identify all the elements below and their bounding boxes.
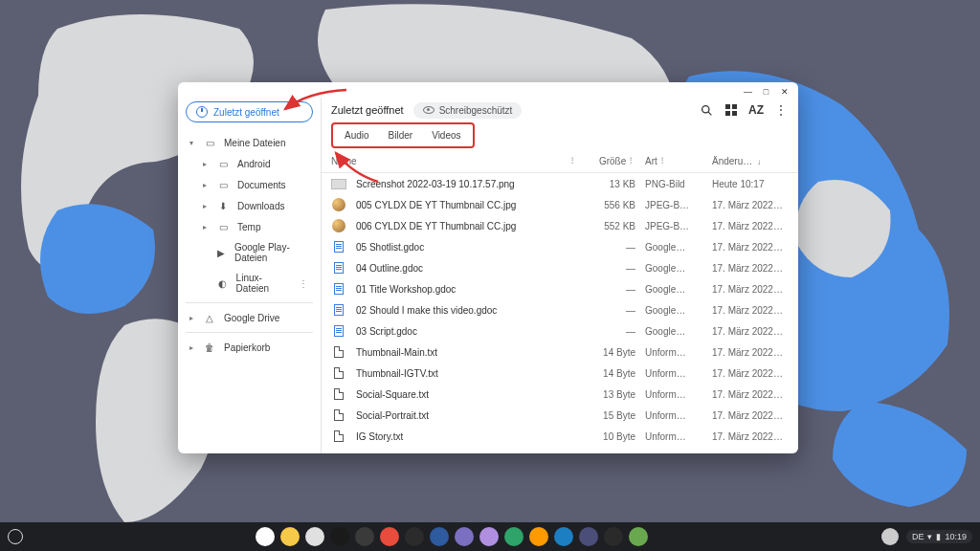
file-date: 17. März 2022… bbox=[702, 242, 789, 253]
file-list: Screenshot 2022-03-19 10.17.57.png 13 KB… bbox=[322, 173, 798, 453]
file-date: 17. März 2022… bbox=[702, 431, 789, 442]
col-date[interactable]: Änderu… ↓ bbox=[702, 156, 789, 166]
chevron-right-icon: ▸ bbox=[203, 223, 209, 231]
file-icon bbox=[331, 387, 346, 401]
chevron-right-icon: ▸ bbox=[203, 202, 209, 210]
file-name: 04 Outline.gdoc bbox=[356, 263, 578, 274]
minimize-button[interactable]: — bbox=[744, 88, 752, 97]
window-titlebar: — □ ✕ bbox=[178, 82, 798, 98]
sidebar-play-files[interactable]: ▶ Google Play-Dateien bbox=[186, 237, 313, 268]
app-term[interactable] bbox=[604, 527, 623, 546]
main-panel: Zuletzt geöffnet Schreibgeschützt AZ ⋮ A… bbox=[322, 98, 798, 453]
file-name: 006 CYLDX DE YT Thumbnail CC.jpg bbox=[356, 221, 578, 231]
readonly-chip[interactable]: Schreibgeschützt bbox=[413, 102, 523, 119]
file-row[interactable]: 05 Shotlist.gdoc — Google… 17. März 2022… bbox=[322, 236, 798, 257]
chevron-down-icon: ▾ bbox=[189, 139, 195, 147]
file-icon bbox=[331, 177, 346, 190]
file-row[interactable]: 006 CYLDX DE YT Thumbnail CC.jpg 552 KB … bbox=[322, 215, 798, 236]
more-menu-icon[interactable]: ⋮ bbox=[773, 102, 789, 118]
sidebar-linux-files[interactable]: ◐ Linux-Dateien ⋮ bbox=[186, 268, 313, 298]
file-type: Google… bbox=[635, 263, 702, 274]
tray-status[interactable]: DE ▾ ▮ 10:19 bbox=[906, 530, 972, 543]
col-name[interactable]: Name bbox=[331, 156, 570, 166]
app-canva[interactable] bbox=[529, 527, 548, 546]
maximize-button[interactable]: □ bbox=[762, 88, 770, 97]
file-row[interactable]: IG Story.txt 10 Byte Unform… 17. März 20… bbox=[322, 426, 798, 447]
sidebar-google-drive[interactable]: ▸ △ Google Drive bbox=[186, 307, 313, 328]
file-row[interactable]: Social-Portrait.txt 15 Byte Unform… 17. … bbox=[322, 405, 798, 426]
file-row[interactable]: Social-Square.txt 13 Byte Unform… 17. Mä… bbox=[322, 384, 798, 405]
app-tag[interactable] bbox=[629, 527, 648, 546]
sidebar-item-label: Linux-Dateien bbox=[236, 273, 291, 294]
user-avatar[interactable] bbox=[881, 528, 899, 545]
sidebar-trash[interactable]: ▸ 🗑 Papierkorb bbox=[186, 337, 313, 358]
file-type: Google… bbox=[635, 326, 702, 337]
sidebar-recent[interactable]: Zuletzt geöffnet bbox=[186, 101, 313, 122]
more-icon[interactable]: ⋮ bbox=[299, 278, 309, 289]
file-row[interactable]: Thumbnail-IGTV.txt 14 Byte Unform… 17. M… bbox=[322, 363, 798, 384]
sidebar-folder-downloads[interactable]: ▸ ⬇ Downloads bbox=[186, 195, 313, 216]
chevron-right-icon: ▸ bbox=[203, 181, 209, 189]
app-unknown[interactable] bbox=[579, 527, 598, 546]
close-button[interactable]: ✕ bbox=[780, 88, 789, 97]
sidebar-item-label: Google Play-Dateien bbox=[234, 242, 309, 263]
battery-icon: ▮ bbox=[936, 532, 941, 541]
drive-icon: △ bbox=[203, 312, 216, 323]
col-size[interactable]: Größe ⠇ bbox=[578, 156, 635, 166]
tab-images[interactable]: Bilder bbox=[379, 126, 423, 144]
tab-videos[interactable]: Videos bbox=[422, 126, 470, 144]
file-row[interactable]: Thumbnail-Main.txt 14 Byte Unform… 17. M… bbox=[322, 342, 798, 363]
clock: 10:19 bbox=[945, 532, 967, 541]
sidebar-folder-documents[interactable]: ▸ ▭ Documents bbox=[186, 174, 313, 195]
app-capture[interactable] bbox=[455, 527, 474, 546]
app-drive[interactable] bbox=[280, 527, 300, 546]
svg-rect-5 bbox=[725, 111, 730, 116]
file-date: 17. März 2022… bbox=[702, 347, 789, 358]
file-row[interactable]: 01 Title Workshop.gdoc — Google… 17. Mär… bbox=[322, 278, 798, 299]
sidebar-folder-temp[interactable]: ▸ ▭ Temp bbox=[186, 216, 313, 237]
search-icon[interactable] bbox=[699, 102, 714, 118]
file-row[interactable]: 005 CYLDX DE YT Thumbnail CC.jpg 556 KB … bbox=[322, 194, 798, 215]
file-row[interactable]: 02 Should I make this video.gdoc — Googl… bbox=[322, 299, 798, 320]
app-lr[interactable] bbox=[430, 527, 449, 546]
file-name: 02 Should I make this video.gdoc bbox=[356, 305, 578, 316]
laptop-icon: ▭ bbox=[203, 137, 216, 148]
sort-button[interactable]: AZ bbox=[748, 102, 764, 118]
app-chrome[interactable] bbox=[256, 527, 275, 546]
chevron-right-icon: ▸ bbox=[203, 160, 209, 168]
file-row[interactable]: 03 Script.gdoc — Google… 17. März 2022… bbox=[322, 320, 798, 342]
table-header: Name ⠇ Größe ⠇ Art ⠇ Änderu… ↓ bbox=[322, 152, 798, 173]
language-indicator: DE bbox=[912, 532, 924, 541]
file-row[interactable]: 04 Outline.gdoc — Google… 17. März 2022… bbox=[322, 257, 798, 278]
file-name: IG Story.txt bbox=[356, 431, 578, 442]
file-row[interactable]: Screenshot 2022-03-19 10.17.57.png 13 KB… bbox=[322, 173, 798, 194]
file-type: JPEG-B… bbox=[635, 221, 702, 231]
app-power[interactable] bbox=[355, 527, 374, 546]
trash-icon: 🗑 bbox=[203, 342, 216, 353]
app-spotify[interactable] bbox=[504, 527, 523, 546]
file-icon bbox=[331, 303, 346, 317]
eye-icon bbox=[423, 106, 434, 114]
file-date: 17. März 2022… bbox=[702, 305, 789, 316]
file-name: Social-Square.txt bbox=[356, 389, 578, 400]
app-adobe[interactable] bbox=[405, 527, 424, 546]
file-size: 552 KB bbox=[578, 221, 635, 231]
file-name: 05 Shotlist.gdoc bbox=[356, 242, 578, 253]
col-type[interactable]: Art ⠇ bbox=[635, 156, 702, 166]
svg-rect-4 bbox=[732, 104, 737, 109]
tab-audio[interactable]: Audio bbox=[335, 126, 379, 144]
launcher-button[interactable] bbox=[8, 529, 23, 544]
app-files[interactable] bbox=[305, 527, 324, 546]
app-asana[interactable] bbox=[380, 527, 399, 546]
sidebar-folder-android[interactable]: ▸ ▭ Android bbox=[186, 153, 313, 174]
app-notion[interactable] bbox=[330, 527, 349, 546]
file-type: JPEG-B… bbox=[635, 200, 702, 210]
app-figma[interactable] bbox=[479, 527, 499, 546]
grid-view-icon[interactable] bbox=[724, 102, 739, 118]
readonly-label: Schreibgeschützt bbox=[439, 105, 513, 116]
sidebar-my-files[interactable]: ▾ ▭ Meine Dateien bbox=[186, 132, 313, 153]
folder-icon: ⬇ bbox=[216, 200, 230, 211]
file-date: 17. März 2022… bbox=[702, 410, 789, 421]
file-type: Unform… bbox=[635, 389, 702, 400]
app-ps[interactable] bbox=[554, 527, 573, 546]
